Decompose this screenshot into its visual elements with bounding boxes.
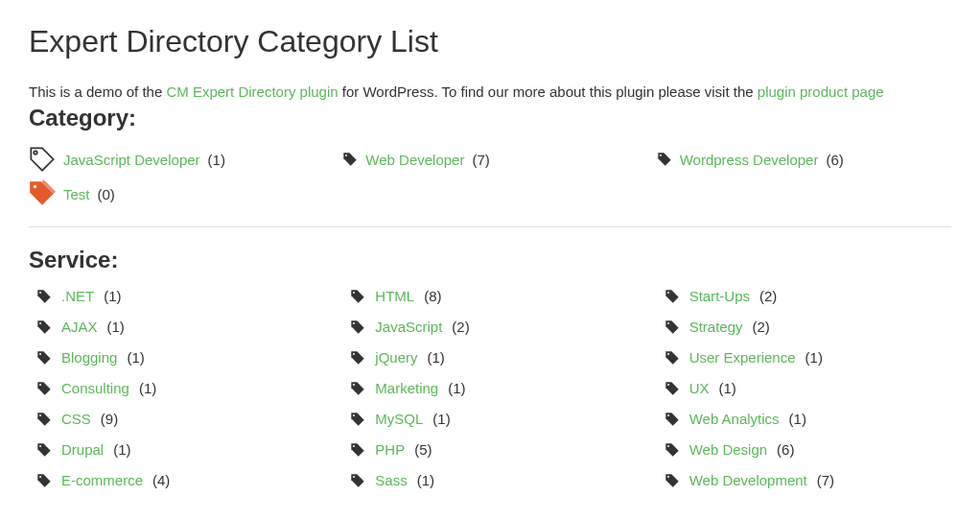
service-link[interactable]: E-commerce — [61, 472, 143, 488]
service-count: (1) — [789, 411, 806, 427]
category-item: Web Developer(7) — [342, 146, 637, 173]
service-item: Web Development(7) — [657, 472, 951, 488]
service-section: Service: .NET(1) HTML(8) Start-Ups(2) AJ… — [29, 247, 951, 488]
svg-point-17 — [353, 414, 355, 416]
svg-point-24 — [667, 476, 669, 478]
service-link[interactable]: Web Design — [689, 441, 767, 458]
service-link[interactable]: Web Analytics — [689, 411, 780, 427]
service-link[interactable]: Consulting — [61, 380, 129, 396]
svg-point-12 — [667, 353, 669, 355]
service-item: Consulting(1) — [29, 380, 323, 396]
service-link[interactable]: JavaScript — [375, 319, 442, 335]
service-link[interactable]: AJAX — [61, 319, 98, 335]
tag-icon — [342, 152, 358, 167]
svg-point-0 — [34, 151, 37, 154]
category-section: Category: JavaScript Developer(1) Web De… — [29, 105, 951, 207]
category-count: (0) — [98, 186, 115, 202]
service-item: E-commerce(4) — [29, 472, 323, 488]
service-count: (1) — [719, 380, 736, 396]
svg-point-21 — [667, 445, 669, 447]
tag-icon — [350, 289, 365, 304]
tag-orange-icon — [29, 180, 56, 207]
service-count: (2) — [753, 319, 770, 335]
category-link[interactable]: Wordpress Developer — [680, 152, 819, 168]
service-link[interactable]: jQuery — [375, 349, 417, 366]
tag-icon — [36, 442, 52, 458]
service-link[interactable]: Drupal — [61, 441, 104, 458]
service-link[interactable]: HTML — [375, 288, 414, 304]
category-count: (7) — [472, 152, 489, 168]
service-item: PHP(5) — [342, 441, 637, 458]
service-count: (1) — [139, 380, 156, 396]
page-title: Expert Directory Category List — [29, 24, 951, 59]
service-count: (1) — [432, 411, 450, 427]
category-link[interactable]: JavaScript Developer — [63, 152, 200, 168]
service-count: (1) — [417, 472, 434, 488]
tag-icon — [350, 319, 365, 335]
service-item: Sass(1) — [342, 472, 637, 488]
svg-point-5 — [353, 292, 355, 294]
service-link[interactable]: Strategy — [689, 319, 743, 335]
svg-point-10 — [39, 353, 41, 355]
tag-icon — [665, 381, 680, 396]
tag-icon — [350, 473, 365, 488]
svg-point-6 — [667, 292, 669, 294]
service-link[interactable]: Blogging — [61, 349, 117, 366]
tag-icon — [350, 350, 365, 366]
category-item: JavaScript Developer(1) — [29, 146, 323, 173]
service-item: Drupal(1) — [29, 441, 323, 458]
tag-icon — [350, 381, 365, 396]
svg-point-23 — [353, 476, 355, 478]
service-link[interactable]: PHP — [375, 441, 405, 458]
tag-icon — [665, 289, 680, 304]
service-count: (1) — [428, 349, 445, 366]
tag-icon — [36, 412, 52, 427]
service-item: Start-Ups(2) — [657, 288, 951, 304]
service-heading: Service: — [29, 247, 951, 273]
service-item: Web Analytics(1) — [657, 411, 951, 427]
service-item: Strategy(2) — [657, 319, 951, 335]
service-link[interactable]: CSS — [61, 411, 91, 427]
service-item: Marketing(1) — [342, 380, 637, 396]
service-item: HTML(8) — [342, 288, 637, 304]
service-count: (1) — [805, 349, 823, 366]
svg-point-7 — [39, 322, 41, 324]
service-link[interactable]: UX — [689, 380, 710, 396]
service-count: (9) — [101, 411, 118, 427]
plugin-link[interactable]: CM Expert Directory plugin — [166, 83, 338, 100]
category-link[interactable]: Test — [63, 186, 90, 202]
tag-icon — [36, 350, 52, 366]
tag-icon — [665, 442, 680, 458]
svg-point-19 — [39, 445, 41, 447]
svg-point-8 — [353, 322, 355, 324]
service-item: MySQL(1) — [342, 411, 637, 427]
intro-middle: for WordPress. To find our more about th… — [338, 83, 758, 100]
svg-point-9 — [667, 322, 669, 324]
svg-point-1 — [345, 154, 347, 156]
svg-point-20 — [353, 445, 355, 447]
intro-paragraph: This is a demo of the CM Expert Director… — [29, 83, 951, 100]
service-link[interactable]: User Experience — [689, 349, 796, 366]
service-item: CSS(9) — [29, 411, 323, 427]
service-link[interactable]: Start-Ups — [689, 288, 750, 304]
service-item: .NET(1) — [29, 288, 323, 304]
service-link[interactable]: Marketing — [375, 380, 438, 396]
intro-prefix: This is a demo of the — [29, 83, 166, 100]
category-link[interactable]: Web Developer — [365, 152, 464, 168]
service-link[interactable]: Web Development — [689, 472, 807, 488]
service-link[interactable]: MySQL — [375, 411, 423, 427]
service-item: jQuery(1) — [342, 349, 637, 366]
service-link[interactable]: .NET — [61, 288, 94, 304]
category-heading: Category: — [29, 105, 951, 131]
svg-point-11 — [353, 353, 355, 355]
product-page-link[interactable]: plugin product page — [758, 83, 884, 100]
category-item: Test(0) — [29, 180, 323, 207]
svg-point-15 — [667, 384, 669, 386]
service-link[interactable]: Sass — [375, 472, 407, 488]
service-count: (2) — [452, 319, 469, 335]
service-item: Web Design(6) — [657, 441, 951, 458]
tag-icon — [350, 412, 365, 427]
service-count: (5) — [414, 441, 432, 458]
service-count: (8) — [424, 288, 441, 304]
service-count: (1) — [113, 441, 130, 458]
